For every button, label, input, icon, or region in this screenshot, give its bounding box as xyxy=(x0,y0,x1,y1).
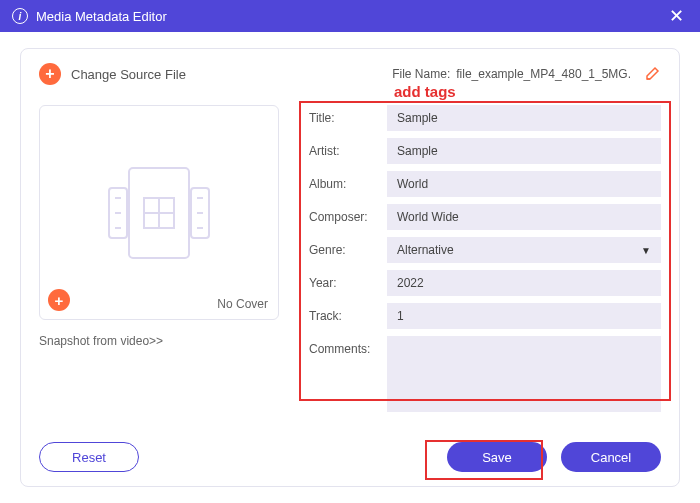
cover-box: + No Cover xyxy=(39,105,279,320)
row-artist: Artist: xyxy=(309,138,661,164)
label-comments: Comments: xyxy=(309,336,387,356)
change-source-label: Change Source File xyxy=(71,67,186,82)
button-row: Reset Save Cancel xyxy=(39,442,661,472)
year-field[interactable] xyxy=(387,270,661,296)
info-icon: i xyxy=(12,8,28,24)
cover-column: + No Cover Snapshot from video>> xyxy=(39,105,279,426)
row-album: Album: xyxy=(309,171,661,197)
row-track: Track: xyxy=(309,303,661,329)
label-composer: Composer: xyxy=(309,204,387,224)
album-field[interactable] xyxy=(387,171,661,197)
close-icon[interactable]: ✕ xyxy=(665,5,688,27)
content-area: + Change Source File File Name: file_exa… xyxy=(0,32,700,503)
titlebar: i Media Metadata Editor ✕ xyxy=(0,0,700,32)
filename-label: File Name: xyxy=(392,67,450,81)
label-album: Album: xyxy=(309,171,387,191)
filename-value: file_example_MP4_480_1_5MG. xyxy=(456,67,631,81)
filename-group: File Name: file_example_MP4_480_1_5MG. xyxy=(392,65,661,84)
plus-icon: + xyxy=(39,63,61,85)
change-source-button[interactable]: + Change Source File xyxy=(39,63,186,85)
title-field[interactable] xyxy=(387,105,661,131)
no-cover-label: No Cover xyxy=(217,297,268,311)
genre-value: Alternative xyxy=(397,243,454,257)
cancel-button[interactable]: Cancel xyxy=(561,442,661,472)
row-genre: Genre: Alternative ▼ xyxy=(309,237,661,263)
reset-button[interactable]: Reset xyxy=(39,442,139,472)
label-year: Year: xyxy=(309,270,387,290)
window-title: Media Metadata Editor xyxy=(36,9,665,24)
row-composer: Composer: xyxy=(309,204,661,230)
film-icon xyxy=(104,163,214,263)
edit-icon[interactable] xyxy=(645,65,661,84)
main-row: + No Cover Snapshot from video>> add tag… xyxy=(39,105,661,426)
row-comments: Comments: xyxy=(309,336,661,412)
comments-field[interactable] xyxy=(387,336,661,412)
header-row: + Change Source File File Name: file_exa… xyxy=(39,63,661,85)
label-artist: Artist: xyxy=(309,138,387,158)
label-genre: Genre: xyxy=(309,237,387,257)
inner-panel: + Change Source File File Name: file_exa… xyxy=(20,48,680,487)
row-title: Title: xyxy=(309,105,661,131)
track-field[interactable] xyxy=(387,303,661,329)
label-title: Title: xyxy=(309,105,387,125)
artist-field[interactable] xyxy=(387,138,661,164)
snapshot-link[interactable]: Snapshot from video>> xyxy=(39,334,163,348)
save-button[interactable]: Save xyxy=(447,442,547,472)
callout-label: add tags xyxy=(394,83,456,100)
chevron-down-icon: ▼ xyxy=(641,245,651,256)
label-track: Track: xyxy=(309,303,387,323)
composer-field[interactable] xyxy=(387,204,661,230)
form-column: add tags Title: Artist: Album: Composer: xyxy=(309,105,661,426)
genre-select[interactable]: Alternative ▼ xyxy=(387,237,661,263)
row-year: Year: xyxy=(309,270,661,296)
add-cover-button[interactable]: + xyxy=(48,289,70,311)
